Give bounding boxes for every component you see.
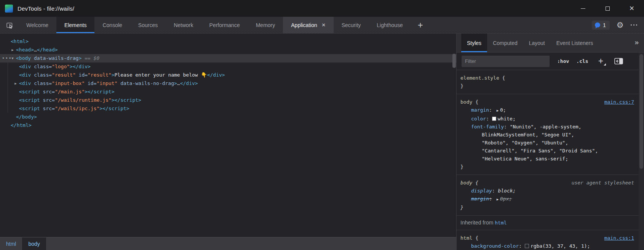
settings-gear-icon[interactable]: ⚙ [617, 21, 624, 29]
code-token-val: "result" [52, 72, 76, 78]
css-property-margin[interactable]: margin: ▶8px; [460, 195, 635, 204]
inspect-element-button[interactable] [2, 17, 18, 33]
code-token-eq: == $0 [81, 55, 99, 61]
issues-counter-button[interactable]: 1 [592, 21, 610, 30]
tree-row[interactable]: <script src="/main.js"></script> [0, 88, 456, 96]
more-tabs-chevron-icon[interactable]: » [634, 38, 639, 46]
css-property-color[interactable]: color: white; [460, 115, 635, 123]
code-token-tag: </head> [37, 47, 58, 53]
styles-tabbar: StylesComputedLayoutEvent Listeners» [457, 34, 644, 53]
property-colon: : [489, 196, 492, 202]
rule-close-brace: } [460, 204, 635, 212]
css-property-margin[interactable]: margin: ▶0; [460, 106, 635, 115]
inspect-cursor-icon [6, 21, 14, 29]
tab-application[interactable]: Application× [283, 17, 333, 33]
code-token-val: "result" [88, 72, 112, 78]
tab-sources[interactable]: Sources [130, 17, 166, 33]
css-property-font-family[interactable]: font-family: "Nunito", -apple-system, [460, 123, 635, 131]
tree-row[interactable]: </body> [0, 113, 456, 121]
window-controls: × [571, 0, 644, 17]
tree-row[interactable]: •••▼<body data-wails-drag> == $0 [0, 54, 456, 62]
stylesheet-source-link[interactable]: main.css:1 [604, 234, 634, 242]
maximize-button[interactable] [595, 0, 620, 17]
code-token-val: "input-box" [52, 80, 85, 86]
expand-arrow-right-icon[interactable]: ▶ [10, 46, 15, 54]
tree-row[interactable]: </html> [0, 121, 456, 130]
property-value: "Nunito", -apple-system, [510, 124, 582, 130]
styles-tab-styles[interactable]: Styles [461, 34, 487, 52]
stylesheet-source-link[interactable]: main.css:7 [604, 98, 634, 106]
tab-performance[interactable]: Performance [201, 17, 248, 33]
tab-network[interactable]: Network [166, 17, 201, 33]
main-tabbar-tabs: WelcomeElementsConsoleSourcesNetworkPerf… [18, 17, 411, 33]
css-property-display[interactable]: display: block; [460, 187, 635, 195]
property-colon: : [486, 116, 489, 122]
dom-tree: <html>▶<head>…</head>•••▼<body data-wail… [0, 34, 456, 237]
elements-panel: <html>▶<head>…</head>•••▼<body data-wail… [0, 34, 456, 250]
property-value: rgba(33, 37, 43, 1); [531, 243, 590, 249]
tabbar-right-cluster: 1 ⚙ [592, 17, 644, 33]
minimize-button[interactable] [571, 0, 595, 17]
code-token-tag: <script [19, 89, 40, 95]
tree-row[interactable]: <div class="result" id="result">Please e… [0, 71, 456, 79]
tab-lighthouse[interactable]: Lighthouse [369, 17, 411, 33]
tree-row[interactable]: ▶<head>…</head> [0, 46, 456, 54]
styles-scrollbar-thumb[interactable] [639, 54, 643, 169]
breadcrumb-body[interactable]: body [22, 237, 46, 250]
tab-security[interactable]: Security [334, 17, 369, 33]
tree-row[interactable]: <div class="logo"></div> [0, 62, 456, 71]
property-name: margin [471, 196, 489, 202]
styles-tab-layout[interactable]: Layout [523, 34, 551, 52]
tree-row[interactable]: <script src="/wails/runtime.js"></script… [0, 96, 456, 104]
inherited-from-target-link[interactable]: html [495, 220, 507, 226]
color-swatch[interactable] [492, 117, 496, 121]
tab-console[interactable]: Console [94, 17, 130, 33]
styles-sidebar: StylesComputedLayoutEvent Listeners» :ho… [456, 34, 644, 250]
add-panel-button[interactable]: + [411, 17, 430, 33]
toggle-class-button[interactable]: .cls [576, 58, 588, 64]
code-token-attr: data-wails-no-drag [117, 80, 174, 86]
more-menu-icon[interactable] [631, 24, 638, 26]
toggle-computed-sidebar-icon[interactable] [614, 58, 623, 64]
tree-row[interactable]: ▶<div class="input-box" id="input" data-… [0, 79, 456, 88]
css-property-background-color[interactable]: background-color: rgba(33, 37, 43, 1); [460, 242, 635, 250]
property-value-wrap: "Cantarell", "Fira Sans", "Droid Sans", [460, 147, 635, 155]
code-token-tag: <html> [11, 38, 29, 44]
property-name: display [471, 188, 492, 194]
elements-scrollbar-thumb[interactable] [452, 54, 456, 68]
expand-arrow-right-icon[interactable]: ▶ [13, 79, 18, 88]
property-name: color [471, 116, 486, 122]
tree-row[interactable]: <script src="/wails/ipc.js"></script> [0, 104, 456, 113]
code-token-val: "input" [97, 80, 118, 86]
code-token-attr: src= [40, 97, 55, 103]
tab-close-icon[interactable]: × [322, 22, 326, 28]
color-swatch[interactable] [525, 244, 529, 248]
expand-longhand-icon[interactable]: ▶ [497, 109, 499, 112]
tab-memory[interactable]: Memory [248, 17, 283, 33]
property-colon: : [504, 124, 507, 130]
code-token-attr: id= [76, 72, 88, 78]
property-colon: : [519, 243, 522, 249]
css-rule-html: html {main.css:1background-color: rgba(3… [457, 230, 639, 250]
code-token-val: "logo" [52, 64, 70, 69]
code-token-tag: ></script> [112, 97, 141, 103]
styles-tab-event-listeners[interactable]: Event Listeners [551, 34, 599, 52]
rule-selector-line[interactable]: element.style { [460, 74, 635, 82]
new-style-rule-button[interactable]: + [598, 57, 603, 66]
code-token-tag: <script [19, 97, 40, 103]
close-button[interactable]: × [620, 0, 644, 17]
property-value: 0; [500, 107, 506, 113]
indent-guide [8, 62, 8, 113]
styles-filter-input[interactable] [462, 56, 550, 67]
expand-longhand-icon[interactable]: ▶ [497, 197, 499, 201]
rule-open-brace: { [472, 180, 478, 186]
styles-scrollbar-track[interactable] [639, 53, 644, 250]
expand-arrow-down-icon[interactable]: ▼ [10, 54, 15, 62]
tree-row[interactable]: <html> [0, 37, 456, 46]
code-token-tag: > [174, 80, 177, 86]
breadcrumb-html[interactable]: html [0, 237, 22, 250]
toggle-hover-state-button[interactable]: :hov [557, 58, 569, 64]
styles-tab-computed[interactable]: Computed [487, 34, 523, 52]
tab-welcome[interactable]: Welcome [18, 17, 56, 33]
tab-elements[interactable]: Elements [56, 17, 94, 33]
